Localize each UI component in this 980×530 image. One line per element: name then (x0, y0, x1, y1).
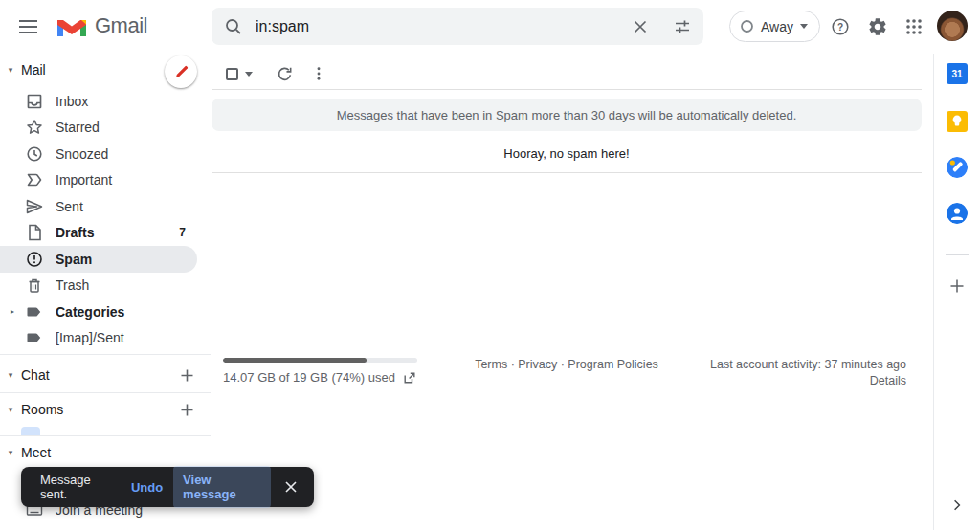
divider (0, 392, 211, 393)
mail-section-label: Mail (21, 62, 46, 77)
sidebar-item-drafts[interactable]: Drafts 7 (0, 220, 211, 247)
activity-details-link[interactable]: Details (212, 374, 906, 387)
tasks-app-icon[interactable] (947, 157, 968, 178)
top-bar: Gmail Away ? (0, 0, 980, 54)
collapse-meet-icon: ▾ (0, 448, 21, 457)
chat-section-header[interactable]: ▾ Chat (0, 362, 211, 388)
meet-section-label: Meet (21, 445, 51, 460)
collapse-side-panel-icon[interactable] (948, 497, 966, 514)
google-apps-icon[interactable] (902, 14, 926, 39)
sidebar-item-categories[interactable]: ▸ Categories (0, 298, 211, 325)
compose-button[interactable] (165, 55, 197, 88)
rooms-section-label: Rooms (21, 402, 63, 417)
sidebar-item-trash[interactable]: Trash (0, 273, 211, 299)
app-title: Gmail (95, 13, 147, 38)
rooms-section-header[interactable]: ▾ Rooms (0, 396, 211, 423)
sidebar-item-label: Starred (56, 120, 100, 135)
sidebar-item-important[interactable]: Important (0, 167, 211, 194)
divider (933, 54, 934, 530)
sidebar-item-label: Snoozed (56, 146, 108, 162)
select-options-caret-icon[interactable] (245, 72, 253, 77)
refresh-icon[interactable] (268, 57, 301, 90)
chat-section-label: Chat (21, 367, 50, 383)
sidebar-item-label: Important (56, 172, 112, 188)
collapse-mail-icon: ▾ (0, 65, 21, 75)
collapse-rooms-icon: ▾ (0, 405, 21, 414)
empty-folder-message: Hooray, no spam here! (212, 146, 922, 161)
sidebar-item-spam[interactable]: Spam (0, 246, 197, 273)
away-status-icon (740, 19, 754, 33)
sidebar-item-inbox[interactable]: Inbox (0, 88, 211, 115)
new-chat-icon[interactable] (178, 366, 195, 384)
message-sent-snackbar: Message sent. Undo View message (21, 467, 314, 507)
calendar-app-icon[interactable]: 31 (947, 63, 968, 84)
sidebar-item-label: Trash (56, 277, 89, 293)
sidebar-item-sent[interactable]: Sent (0, 193, 211, 220)
calendar-day-label: 31 (951, 69, 962, 79)
divider (946, 254, 969, 255)
status-caret-icon (800, 24, 808, 29)
label-icon (25, 328, 44, 347)
status-selector[interactable]: Away (729, 11, 820, 42)
spam-notice-text: Messages that have been in Spam more tha… (337, 108, 797, 122)
divider (0, 435, 211, 436)
inbox-icon (25, 92, 44, 111)
sidebar-item-label: Spam (56, 252, 92, 267)
help-icon[interactable]: ? (828, 14, 853, 39)
close-icon[interactable] (281, 476, 301, 497)
sidebar-item-starred[interactable]: Starred (0, 115, 211, 142)
list-toolbar (212, 57, 922, 90)
spam-notice-banner: Messages that have been in Spam more tha… (212, 99, 922, 131)
label-icon (25, 302, 44, 321)
mail-section-header[interactable]: ▾ Mail (0, 56, 211, 83)
expand-categories-icon[interactable]: ▸ (11, 307, 14, 316)
divider (212, 89, 922, 90)
search-bar[interactable] (212, 8, 703, 45)
view-message-button[interactable]: View message (173, 466, 271, 508)
clock-icon (25, 144, 44, 164)
svg-text:?: ? (837, 22, 843, 33)
spam-icon (25, 250, 44, 269)
profile-avatar[interactable] (937, 11, 968, 41)
mail-list-area: Messages that have been in Spam more tha… (212, 54, 922, 530)
undo-button[interactable]: Undo (131, 480, 163, 495)
gmail-logo-icon (57, 15, 86, 38)
new-room-icon[interactable] (178, 401, 195, 418)
sidebar-item-imap-sent[interactable]: [Imap]/Sent (0, 325, 211, 352)
search-options-icon[interactable] (661, 8, 703, 45)
sidebar-item-label: [Imap]/Sent (56, 330, 124, 345)
sent-icon (25, 197, 44, 216)
sidebar-item-label: Inbox (56, 94, 88, 109)
add-addon-icon[interactable] (948, 277, 966, 295)
snackbar-message: Message sent. (40, 473, 115, 501)
meet-section-header[interactable]: ▾ Meet (0, 439, 211, 466)
trash-icon (25, 276, 44, 295)
search-input[interactable] (256, 18, 619, 35)
contacts-app-icon[interactable] (947, 203, 968, 224)
sidebar-item-snoozed[interactable]: Snoozed (0, 141, 211, 167)
drafts-count-badge: 7 (179, 226, 186, 239)
star-icon (25, 118, 44, 137)
compose-pencil-icon (173, 64, 189, 80)
divider (212, 172, 922, 173)
sidebar-item-label: Sent (56, 199, 83, 214)
clear-search-icon[interactable] (619, 8, 661, 45)
important-marker-icon (25, 170, 44, 189)
keep-app-icon[interactable] (947, 111, 968, 132)
mail-folder-list: Inbox Starred Snoozed Important Sent Dra… (0, 88, 211, 351)
sidebar-item-label: Drafts (56, 225, 94, 240)
last-activity-text: Last account activity: 37 minutes ago (212, 358, 906, 371)
select-all-checkbox[interactable] (226, 68, 238, 80)
room-avatar[interactable] (21, 427, 40, 435)
search-icon[interactable] (212, 8, 256, 45)
gmail-window: Gmail Away ? (0, 0, 980, 530)
collapse-chat-icon: ▾ (0, 370, 21, 380)
drafts-file-icon (25, 223, 44, 242)
divider (0, 354, 211, 355)
settings-gear-icon[interactable] (865, 14, 890, 39)
status-label: Away (761, 19, 793, 34)
select-all-control[interactable] (226, 68, 253, 80)
more-options-icon[interactable] (302, 57, 335, 90)
main-menu-icon[interactable] (17, 15, 40, 38)
left-sidebar: ▾ Mail Inbox Starred Snoozed Important (0, 54, 211, 530)
